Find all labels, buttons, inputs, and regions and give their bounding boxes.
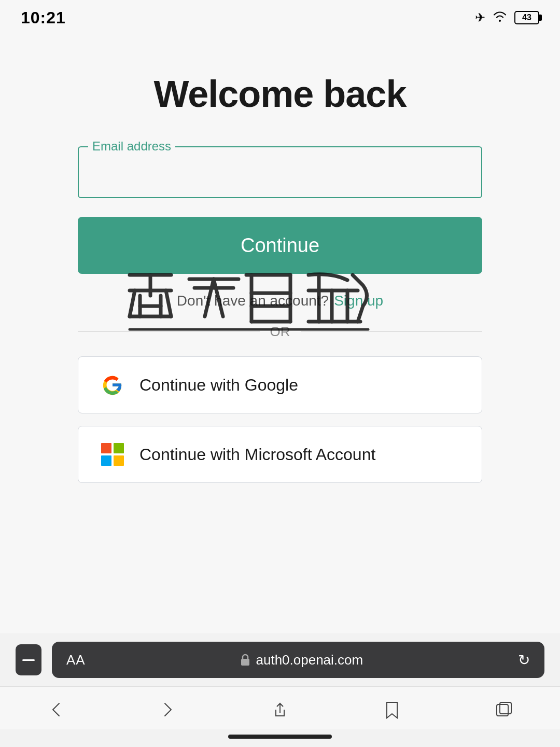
back-button[interactable] <box>35 695 77 724</box>
continue-button[interactable]: Continue <box>78 217 482 274</box>
browser-bar: AA auth0.openai.com ↻ <box>0 633 560 747</box>
url-bar-row: AA auth0.openai.com ↻ <box>0 633 560 686</box>
sidebar-toggle-button[interactable] <box>16 644 41 675</box>
or-line-right <box>301 331 483 332</box>
sidebar-toggle-icon <box>22 659 35 661</box>
battery-icon: 43 <box>514 11 539 24</box>
main-content: Welcome back Email address Continue Don'… <box>0 31 560 516</box>
google-icon <box>101 374 124 396</box>
share-button[interactable] <box>259 695 301 724</box>
nav-bar <box>0 686 560 729</box>
status-icons: ✈ 43 <box>475 10 539 25</box>
email-label: Email address <box>88 139 175 154</box>
microsoft-icon <box>101 443 124 466</box>
microsoft-signin-button[interactable]: Continue with Microsoft Account <box>78 426 482 483</box>
email-field-wrapper: Email address <box>78 146 482 198</box>
battery-level: 43 <box>522 13 531 22</box>
url-text: auth0.openai.com <box>256 652 363 668</box>
reload-icon[interactable]: ↻ <box>518 652 530 669</box>
email-input[interactable] <box>78 146 482 198</box>
or-divider: OR <box>78 324 482 340</box>
page-title: Welcome back <box>154 73 407 115</box>
google-signin-button[interactable]: Continue with Google <box>78 356 482 413</box>
signup-text: Don't have an account? <box>177 293 329 309</box>
status-bar: 10:21 ✈ 43 <box>0 0 560 31</box>
forward-button[interactable] <box>147 695 189 724</box>
signup-row: Don't have an account? Sign up <box>177 293 383 309</box>
signup-link[interactable]: Sign up <box>334 293 383 309</box>
or-text: OR <box>270 324 290 340</box>
wifi-icon <box>493 10 507 25</box>
aa-button[interactable]: AA <box>66 652 86 668</box>
tabs-button[interactable] <box>483 695 525 724</box>
airplane-icon: ✈ <box>475 10 485 25</box>
status-time: 10:21 <box>21 8 66 27</box>
svg-rect-0 <box>241 659 249 666</box>
microsoft-button-label: Continue with Microsoft Account <box>139 445 375 464</box>
url-display: auth0.openai.com <box>240 652 363 668</box>
url-pill[interactable]: AA auth0.openai.com ↻ <box>52 642 544 678</box>
google-button-label: Continue with Google <box>139 376 298 395</box>
lock-icon <box>240 654 250 666</box>
home-indicator <box>228 735 332 739</box>
bookmarks-button[interactable] <box>371 695 413 724</box>
or-line-left <box>78 331 260 332</box>
